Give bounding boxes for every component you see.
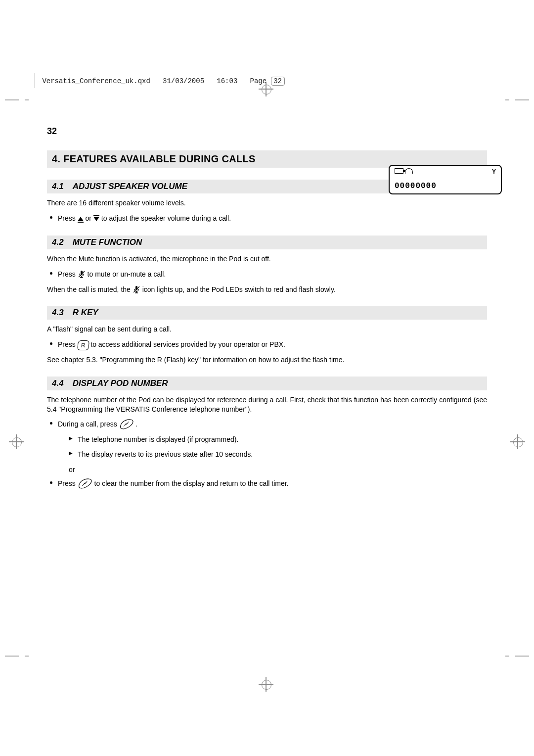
- s41-bullet-1: Press or to adjust the speaker volume du…: [47, 213, 487, 224]
- s44-bullet-2: Press to clear the number from the displ…: [47, 478, 487, 489]
- page-body: 32 4. FEATURES AVAILABLE DURING CALLS Y …: [47, 126, 487, 493]
- imposition-time: 16:03: [217, 77, 237, 85]
- s44-sub-1: The telephone number is displayed (if pr…: [69, 434, 487, 445]
- battery-icon: [395, 168, 403, 174]
- page-number: 32: [47, 126, 487, 137]
- heading-4-2: 4.2MUTE FUNCTION: [47, 236, 487, 249]
- s42-note: When the call is muted, the icon lights …: [47, 285, 487, 294]
- crop-mark: [5, 99, 19, 100]
- heading-4-3: 4.3R KEY: [47, 306, 487, 320]
- crop-mark: [505, 99, 509, 100]
- s44-sub-2: The display reverts to its previous stat…: [69, 449, 487, 460]
- crop-mark: [5, 656, 19, 657]
- registration-mark: [259, 677, 273, 692]
- s41-intro: There are 16 different speaker volume le…: [47, 198, 487, 208]
- off-hook-icon: [405, 168, 413, 174]
- imposition-date: 31/03/2005: [163, 77, 204, 85]
- s44-intro: The telephone number of the Pod can be d…: [47, 395, 487, 414]
- imposition-page-word: Page: [250, 77, 267, 85]
- lcd-illustration: Y 00000000: [389, 165, 502, 194]
- s44-or: or: [69, 464, 487, 475]
- antenna-icon: Y: [492, 168, 496, 175]
- registration-mark: [9, 434, 24, 449]
- imposition-page-num: 32: [271, 77, 285, 86]
- info-key-icon: [78, 478, 92, 489]
- crop-mark: [505, 656, 509, 657]
- s44-bullet-1: During a call, press . The telephone num…: [47, 419, 487, 475]
- crop-mark: [25, 656, 29, 657]
- heading-4-4: 4.4DISPLAY POD NUMBER: [47, 377, 487, 390]
- registration-mark: [510, 434, 525, 449]
- crop-mark: [25, 99, 29, 100]
- crop-mark: [515, 656, 529, 657]
- info-key-icon: [119, 419, 134, 429]
- s43-bullet-1: Press R to access additional services pr…: [47, 339, 487, 350]
- mute-icon: [133, 285, 140, 293]
- r-key-icon: R: [77, 340, 89, 350]
- volume-down-icon: [93, 217, 99, 221]
- crop-mark: [515, 99, 529, 100]
- s42-bullet-1: Press to mute or un-mute a call.: [47, 269, 487, 280]
- imposition-header: Versatis_Conference_uk.qxd 31/03/2005 16…: [35, 73, 285, 88]
- s43-xref: See chapter 5.3. "Programming the R (Fla…: [47, 355, 487, 365]
- volume-up-icon: [78, 217, 84, 221]
- lcd-digits: 00000000: [395, 182, 437, 190]
- imposition-filename: Versatis_Conference_uk.qxd: [42, 77, 150, 85]
- mute-icon: [78, 270, 86, 278]
- s43-intro: A "flash" signal can be sent during a ca…: [47, 325, 487, 334]
- s42-intro: When the Mute function is activated, the…: [47, 254, 487, 264]
